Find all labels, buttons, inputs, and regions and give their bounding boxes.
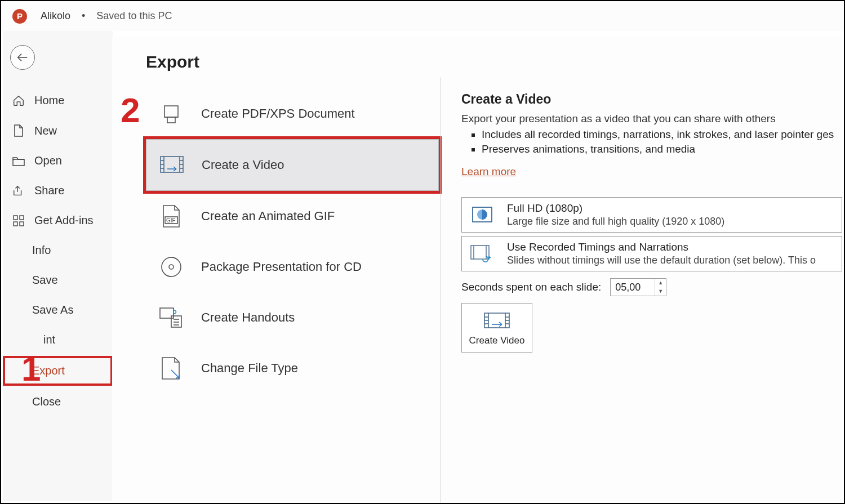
nav-info[interactable]: Info: [3, 235, 113, 265]
export-opt-gif[interactable]: GIF Create an Animated GIF: [146, 191, 439, 242]
export-opt-filetype[interactable]: Change File Type: [146, 343, 439, 394]
svg-point-20: [162, 257, 181, 276]
create-video-label: Create Video: [465, 335, 528, 346]
svg-rect-2: [20, 216, 24, 220]
detail-bullet: Preserves animations, transitions, and m…: [482, 143, 842, 155]
addins-icon: [12, 215, 25, 227]
export-content: Create PDF/XPS Document Create a Video G…: [146, 88, 842, 394]
timings-desc: Slides without timings will use the defa…: [507, 255, 816, 266]
monitor-icon: [470, 203, 495, 228]
detail-bullets: Includes all recorded timings, narration…: [461, 128, 842, 155]
nav-label: Save: [32, 274, 58, 287]
spinner-up[interactable]: ▲: [655, 279, 666, 287]
export-opt-video[interactable]: Create a Video: [146, 139, 439, 191]
nav-label: Get Add-ins: [34, 214, 94, 227]
export-opt-label: Create Handouts: [201, 310, 295, 325]
nav-label: Home: [34, 94, 64, 107]
svg-rect-3: [14, 222, 17, 226]
nav-label: New: [34, 124, 57, 137]
export-opt-label: Create PDF/XPS Document: [201, 106, 355, 121]
export-opt-label: Create an Animated GIF: [201, 209, 335, 224]
cd-icon: [158, 254, 184, 280]
nav-new[interactable]: New: [3, 115, 113, 146]
backstage-main: Export Create PDF/XPS Document Create a …: [112, 37, 842, 501]
column-divider: [441, 77, 441, 504]
export-opt-label: Change File Type: [201, 361, 298, 376]
export-option-list: Create PDF/XPS Document Create a Video G…: [146, 88, 439, 394]
nav-addins[interactable]: Get Add-ins: [3, 206, 113, 235]
nav-home[interactable]: Home: [3, 86, 113, 115]
export-opt-pdf[interactable]: Create PDF/XPS Document: [146, 88, 439, 139]
nav-save[interactable]: Save: [3, 265, 113, 295]
svg-rect-4: [20, 222, 24, 226]
timings-title: Use Recorded Timings and Narrations: [507, 241, 816, 253]
detail-heading: Create a Video: [461, 92, 842, 107]
seconds-label: Seconds spent on each slide:: [461, 281, 601, 293]
nav-label: Close: [32, 395, 61, 408]
gif-icon: GIF: [158, 203, 184, 229]
svg-rect-5: [164, 106, 178, 117]
arrow-left-icon: [16, 51, 29, 64]
timings-dropdown[interactable]: Use Recorded Timings and Narrations Slid…: [461, 236, 842, 271]
nav-label: Export: [32, 364, 65, 377]
title-separator: •: [82, 10, 85, 22]
save-status: Saved to this PC: [96, 10, 172, 22]
video-icon: [159, 152, 185, 178]
spinner-down[interactable]: ▼: [655, 287, 666, 296]
export-opt-label: Package Presentation for CD: [201, 260, 362, 274]
title-bar: P Alikolo • Saved to this PC: [1, 1, 844, 31]
quality-dropdown[interactable]: Full HD (1080p) Large file size and full…: [461, 197, 842, 233]
export-opt-handouts[interactable]: Create Handouts: [146, 292, 439, 343]
export-opt-label: Create a Video: [202, 158, 284, 172]
handouts-icon: [158, 305, 184, 331]
home-icon: [12, 95, 25, 107]
svg-text:GIF: GIF: [166, 217, 176, 224]
nav-save-as[interactable]: Save As: [3, 295, 113, 325]
document-icon: [12, 124, 25, 137]
page-title: Export: [146, 52, 842, 72]
powerpoint-app-icon: P: [12, 9, 27, 24]
document-name: Alikolo: [41, 10, 70, 22]
nav-close[interactable]: Close: [3, 387, 113, 417]
timings-icon: [470, 242, 495, 266]
svg-point-21: [169, 265, 174, 269]
filetype-icon: [158, 355, 184, 381]
pdf-icon: [158, 101, 184, 127]
export-detail-panel: Create a Video Export your presentation …: [461, 88, 842, 353]
spinner-arrows: ▲ ▼: [655, 279, 666, 296]
svg-rect-6: [167, 117, 175, 123]
quality-desc: Large file size and full high quality (1…: [507, 216, 724, 228]
nav-print[interactable]: int: [3, 325, 113, 355]
nav-label: Share: [34, 184, 64, 197]
nav-label: Open: [34, 154, 62, 167]
detail-subtitle: Export your presentation as a video that…: [461, 113, 842, 125]
quality-title: Full HD (1080p): [507, 202, 724, 215]
create-video-icon: [483, 311, 511, 331]
svg-rect-23: [171, 316, 181, 327]
backstage-nav: Home New Open Share Get Add-ins Info Sav…: [3, 31, 113, 501]
seconds-spinner[interactable]: 05,00 ▲ ▼: [610, 278, 666, 296]
folder-open-icon: [12, 155, 25, 167]
export-opt-cd[interactable]: Package Presentation for CD: [146, 242, 439, 292]
nav-label: Save As: [32, 304, 73, 316]
back-button[interactable]: [10, 45, 35, 70]
nav-label: Info: [32, 244, 51, 257]
create-video-button[interactable]: Create Video: [461, 303, 532, 353]
svg-rect-1: [14, 216, 17, 220]
seconds-row: Seconds spent on each slide: 05,00 ▲ ▼: [461, 278, 842, 296]
share-icon: [12, 185, 25, 197]
learn-more-link[interactable]: Learn more: [461, 166, 516, 178]
nav-label: int: [43, 333, 55, 346]
seconds-value[interactable]: 05,00: [611, 279, 655, 296]
detail-bullet: Includes all recorded timings, narration…: [482, 128, 842, 141]
nav-export[interactable]: Export: [3, 356, 113, 386]
nav-open[interactable]: Open: [3, 146, 113, 176]
nav-share[interactable]: Share: [3, 176, 113, 206]
